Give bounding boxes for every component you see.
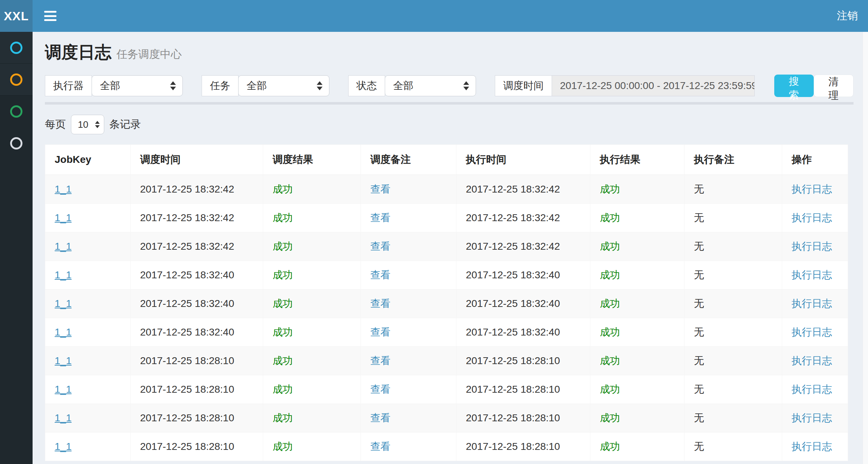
handle-msg: 无 <box>684 347 782 375</box>
handle-result: 成功 <box>590 290 684 318</box>
table-row: 1_12017-12-25 18:28:10成功查看2017-12-25 18:… <box>45 375 848 404</box>
column-header: 调度结果 <box>263 145 361 175</box>
trigger-msg-link[interactable]: 查看 <box>370 355 391 366</box>
handle-msg: 无 <box>684 404 782 433</box>
filter-toolbar: 执行器 全部 任务 全部 状态 全部 调度时间 2017-12-25 00:00… <box>45 75 854 105</box>
sidebar-toggle-icon[interactable] <box>44 11 56 21</box>
action-link[interactable]: 执行日志 <box>792 326 832 338</box>
search-button[interactable]: 搜索 <box>774 75 814 97</box>
action-link[interactable]: 执行日志 <box>792 269 832 280</box>
jobkey-link[interactable]: 1_1 <box>55 269 72 280</box>
trigger-msg-link[interactable]: 查看 <box>370 212 391 223</box>
trigger-msg-link[interactable]: 查看 <box>370 298 391 309</box>
page-size-select[interactable]: 10 <box>71 115 104 134</box>
jobkey: 1_1 <box>45 318 131 347</box>
trigger-time: 2017-12-25 18:32:42 <box>131 175 263 204</box>
table-row: 1_12017-12-25 18:28:10成功查看2017-12-25 18:… <box>45 347 848 375</box>
trigger-result: 成功 <box>263 375 361 404</box>
executor-select[interactable]: 全部 <box>92 75 183 96</box>
trigger-time: 2017-12-25 18:32:40 <box>131 290 263 318</box>
jobkey-link[interactable]: 1_1 <box>55 441 72 452</box>
log-table-body: 1_12017-12-25 18:32:42成功查看2017-12-25 18:… <box>45 175 848 461</box>
time-filter-group: 调度时间 2017-12-25 00:00:00 - 2017-12-25 23… <box>495 75 755 96</box>
trigger-msg: 查看 <box>361 204 456 232</box>
trigger-result: 成功 <box>263 318 361 347</box>
page-size-value: 10 <box>78 119 88 130</box>
handle-msg: 无 <box>684 433 782 461</box>
action-link[interactable]: 执行日志 <box>792 184 832 195</box>
table-row: 1_12017-12-25 18:28:10成功查看2017-12-25 18:… <box>45 404 848 433</box>
select-stepper-icon <box>463 81 469 90</box>
trigger-result: 成功 <box>263 204 361 232</box>
top-navbar: XXL 注销 <box>0 0 868 32</box>
action: 执行日志 <box>782 175 848 204</box>
main-content: 调度日志 任务调度中心 执行器 全部 任务 全部 状态 全部 调度时 <box>33 32 868 464</box>
clear-button[interactable]: 清理 <box>814 75 854 97</box>
trigger-time: 2017-12-25 18:28:10 <box>131 375 263 404</box>
job-select[interactable]: 全部 <box>238 75 329 96</box>
job-select-value: 全部 <box>247 80 267 91</box>
jobkey-link[interactable]: 1_1 <box>55 412 72 423</box>
jobkey-link[interactable]: 1_1 <box>55 241 72 252</box>
handle-result: 成功 <box>590 375 684 404</box>
action: 执行日志 <box>782 375 848 404</box>
time-range-input[interactable]: 2017-12-25 00:00:00 - 2017-12-25 23:59:5… <box>552 75 755 96</box>
jobkey-link[interactable]: 1_1 <box>55 326 72 338</box>
circle-icon <box>10 105 22 118</box>
trigger-msg-link[interactable]: 查看 <box>370 412 391 423</box>
trigger-msg-link[interactable]: 查看 <box>370 441 391 452</box>
handle-result: 成功 <box>590 433 684 461</box>
table-row: 1_12017-12-25 18:32:42成功查看2017-12-25 18:… <box>45 175 848 204</box>
trigger-msg-link[interactable]: 查看 <box>370 269 391 280</box>
trigger-msg: 查看 <box>361 433 456 461</box>
jobkey-link[interactable]: 1_1 <box>55 184 72 195</box>
action-link[interactable]: 执行日志 <box>792 212 832 223</box>
trigger-result: 成功 <box>263 232 361 261</box>
trigger-result: 成功 <box>263 404 361 433</box>
action-link[interactable]: 执行日志 <box>792 384 832 395</box>
jobkey-link[interactable]: 1_1 <box>55 384 72 395</box>
handle-time: 2017-12-25 18:32:40 <box>456 290 590 318</box>
action-link[interactable]: 执行日志 <box>792 412 832 423</box>
trigger-result: 成功 <box>263 433 361 461</box>
trigger-msg-link[interactable]: 查看 <box>370 184 391 195</box>
trigger-msg: 查看 <box>361 375 456 404</box>
action: 执行日志 <box>782 232 848 261</box>
handle-msg: 无 <box>684 375 782 404</box>
trigger-msg-link[interactable]: 查看 <box>370 241 391 252</box>
select-stepper-icon <box>317 81 323 90</box>
jobkey: 1_1 <box>45 404 131 433</box>
trigger-msg-link[interactable]: 查看 <box>370 384 391 395</box>
sidebar <box>0 32 33 464</box>
handle-time: 2017-12-25 18:28:10 <box>456 404 590 433</box>
action-link[interactable]: 执行日志 <box>792 241 832 252</box>
trigger-msg: 查看 <box>361 404 456 433</box>
jobkey: 1_1 <box>45 261 131 290</box>
trigger-time: 2017-12-25 18:28:10 <box>131 404 263 433</box>
handle-time: 2017-12-25 18:32:40 <box>456 318 590 347</box>
column-header: 执行时间 <box>456 145 590 175</box>
trigger-result: 成功 <box>263 347 361 375</box>
jobkey: 1_1 <box>45 433 131 461</box>
app-logo: XXL <box>0 0 33 32</box>
action-link[interactable]: 执行日志 <box>792 441 832 452</box>
action-link[interactable]: 执行日志 <box>792 298 832 309</box>
trigger-msg-link[interactable]: 查看 <box>370 326 391 338</box>
handle-msg: 无 <box>684 318 782 347</box>
action-link[interactable]: 执行日志 <box>792 355 832 366</box>
vertical-scrollbar[interactable] <box>863 32 868 464</box>
jobkey-link[interactable]: 1_1 <box>55 212 72 223</box>
action: 执行日志 <box>782 290 848 318</box>
jobkey-link[interactable]: 1_1 <box>55 355 72 366</box>
jobkey: 1_1 <box>45 175 131 204</box>
jobkey-link[interactable]: 1_1 <box>55 298 72 309</box>
trigger-result: 成功 <box>263 261 361 290</box>
executor-filter-group: 执行器 全部 <box>45 75 183 96</box>
status-select[interactable]: 全部 <box>385 75 476 96</box>
sidebar-item-4[interactable] <box>0 127 33 159</box>
sidebar-item-3[interactable] <box>0 96 33 127</box>
logout-link[interactable]: 注销 <box>837 9 858 23</box>
sidebar-item-2[interactable] <box>0 64 33 96</box>
sidebar-item-1[interactable] <box>0 32 33 64</box>
table-row: 1_12017-12-25 18:32:42成功查看2017-12-25 18:… <box>45 232 848 261</box>
